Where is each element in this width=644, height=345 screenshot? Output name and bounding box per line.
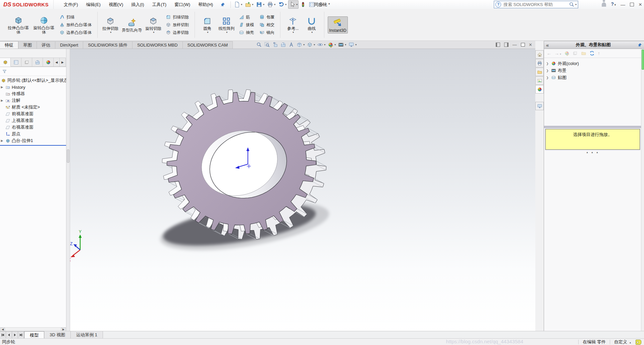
featuremanager-tabs-right-arrow[interactable]: ▶ <box>60 58 66 67</box>
doc-restore-button[interactable] <box>521 43 525 47</box>
menu-view[interactable]: 视图(V) <box>105 0 127 9</box>
loft-button[interactable]: 放样凸台/基体 <box>58 21 93 28</box>
move-up-icon[interactable]: ↑ <box>598 51 600 56</box>
mirror-button[interactable]: 镜向 <box>258 29 276 36</box>
tab-appearances-scenes[interactable] <box>535 85 544 93</box>
tab-featuremanager-tree[interactable] <box>0 58 11 67</box>
tab-sketch[interactable]: 草图 <box>18 41 37 49</box>
first-tab-button[interactable] <box>0 331 6 339</box>
last-tab-button[interactable] <box>18 331 24 339</box>
next-tab-button[interactable] <box>12 331 18 339</box>
tab-file-explorer[interactable] <box>535 68 544 76</box>
tab-solidworks-addins[interactable]: SOLIDWORKS 插件 <box>83 41 132 49</box>
task-pane-scrollbar[interactable] <box>641 49 644 331</box>
print-button[interactable]: ▾ <box>266 0 276 9</box>
user-account-icon[interactable] <box>602 2 606 7</box>
view-settings-icon[interactable]: ▾ <box>348 42 357 48</box>
tree-item-history[interactable]: ▶ History <box>0 84 66 90</box>
tab-view-palette[interactable] <box>535 76 544 85</box>
rollback-bar[interactable] <box>0 145 66 146</box>
restore-button[interactable] <box>630 3 634 6</box>
tag-icon[interactable] <box>636 340 641 345</box>
next-window-icon[interactable] <box>504 43 508 47</box>
tree-item-boss-extrude1[interactable]: ▶ 凸台-拉伸1 <box>0 137 66 144</box>
linear-pattern-button[interactable]: 线性阵列▾ <box>217 15 236 34</box>
pane-splitter-dots[interactable]: ▲ ▲ ▲ <box>544 151 641 153</box>
close-button[interactable]: × <box>639 2 642 7</box>
hide-show-items-icon[interactable]: ▾ <box>317 42 325 48</box>
menu-help[interactable]: 帮助(H) <box>194 0 217 9</box>
custom-dropdown[interactable]: 自定义 ▴ <box>614 339 631 345</box>
tree-item-decals[interactable]: ❯ 贴图 <box>545 74 643 81</box>
refresh-icon[interactable] <box>589 51 595 56</box>
tab-dimxpert[interactable]: DimXpert <box>55 41 83 49</box>
tab-solidworks-mbd[interactable]: SOLIDWORKS MBD <box>132 41 183 49</box>
pin-pane-icon[interactable] <box>638 43 642 47</box>
tab-displaymanager[interactable] <box>43 58 54 67</box>
menu-edit[interactable]: 编辑(E) <box>82 0 105 9</box>
draft-button[interactable]: 拔模 <box>237 21 256 28</box>
tab-features[interactable]: 特征 <box>0 41 18 49</box>
tab-configurationmanager[interactable] <box>21 58 32 67</box>
tree-item-front-plane[interactable]: 前视基准面 <box>0 111 66 117</box>
tab-solidworks-cam[interactable]: SOLIDWORKS CAM <box>182 41 233 49</box>
tab-dimxpertmanager[interactable] <box>32 58 43 67</box>
edit-appearance-icon[interactable]: ▾ <box>328 42 336 48</box>
loft-cut-button[interactable]: 放样切割 <box>164 21 191 28</box>
wrap-button[interactable]: 包覆 <box>258 14 276 21</box>
section-view-icon[interactable] <box>280 42 286 48</box>
tab-evaluate[interactable]: 评估 <box>37 41 55 49</box>
reference-geometry-button[interactable]: 参考...▾ <box>284 15 302 34</box>
zoom-to-area-icon[interactable] <box>264 42 270 48</box>
scrollbar-thumb[interactable] <box>642 50 644 70</box>
apply-scene-icon[interactable]: ▾ <box>338 42 346 48</box>
shell-button[interactable]: 抽壳 <box>237 29 256 36</box>
extruded-cut-button[interactable]: 拉伸切除▾ <box>101 15 120 34</box>
edit-appearance-icon[interactable] <box>564 51 570 56</box>
open-document-button[interactable]: ▾ <box>244 0 254 9</box>
tree-filter-bar[interactable] <box>0 67 66 76</box>
boundary-boss-button[interactable]: 边界凸台/基体 <box>58 29 93 36</box>
boundary-cut-button[interactable]: 边界切除 <box>164 29 191 36</box>
menu-file[interactable]: 文件(F) <box>60 0 82 9</box>
zoom-to-fit-icon[interactable] <box>256 42 262 48</box>
undo-button[interactable]: ▾ <box>277 0 287 9</box>
revolved-boss-button[interactable]: 旋转凸台/基体 <box>32 14 56 35</box>
sweep-cut-button[interactable]: 扫描切除 <box>164 14 191 21</box>
intersect-button[interactable]: 相交 <box>258 21 276 28</box>
copy-appearance-icon[interactable] <box>573 51 578 56</box>
save-button[interactable]: ▾ <box>255 0 265 9</box>
rebuild-button[interactable] <box>299 0 307 9</box>
curves-button[interactable]: 曲线▾ <box>303 15 321 34</box>
instant3d-button[interactable]: Instant3D <box>328 16 347 33</box>
tab-propertymanager[interactable] <box>11 58 21 67</box>
tree-item-right-plane[interactable]: 右视基准面 <box>0 124 66 131</box>
back-icon[interactable]: ← <box>547 51 551 56</box>
splitter-grip[interactable] <box>67 149 69 163</box>
forward-icon[interactable]: →▾ <box>554 51 561 56</box>
featuremanager-tabs-left-arrow[interactable]: ◀ <box>54 58 60 67</box>
view-orientation-icon[interactable]: ▾ <box>297 42 305 48</box>
rib-button[interactable]: 筋 <box>237 14 256 21</box>
tab-motion-study[interactable]: 运动算例 1 <box>71 331 103 339</box>
hole-wizard-button[interactable]: 异型孔向导 <box>120 17 143 33</box>
open-file-icon[interactable] <box>581 51 586 56</box>
extruded-boss-button[interactable]: 拉伸凸台/基体 <box>6 14 31 35</box>
panel-splitter[interactable] <box>66 49 70 331</box>
tree-item-scenes[interactable]: ❯ 布景 <box>545 67 643 74</box>
new-document-button[interactable]: ▾ <box>233 0 243 9</box>
menu-window[interactable]: 窗口(W) <box>170 0 194 9</box>
menu-pin-icon[interactable] <box>220 2 225 7</box>
gear-model[interactable]: YZX <box>70 49 535 331</box>
search-scope-caret[interactable]: ▾ <box>575 3 577 6</box>
tree-root-part[interactable]: 同步轮 (默认<<默认>_显示状态 <box>0 77 66 84</box>
tree-item-origin[interactable]: 原点 <box>0 131 66 137</box>
tree-item-sensors[interactable]: 传感器 <box>0 90 66 97</box>
tab-solidworks-resources[interactable] <box>535 50 544 59</box>
select-cursor-button[interactable]: ▾ <box>288 0 299 9</box>
doc-close-button[interactable]: × <box>529 42 532 48</box>
search-input[interactable] <box>503 2 569 7</box>
help-menu-button[interactable]: ?▾ <box>611 2 616 7</box>
fillet-button[interactable]: 圆角▾ <box>198 15 216 34</box>
sweep-button[interactable]: 扫描 <box>58 14 93 21</box>
